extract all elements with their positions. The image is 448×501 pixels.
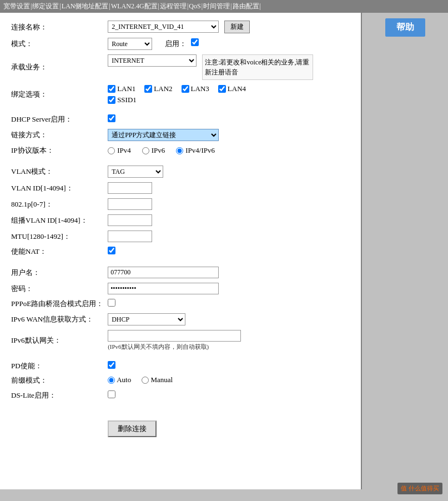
mtu-value-cell: 1492 xyxy=(105,228,352,244)
vlan-id-input[interactable]: 41 xyxy=(108,182,152,194)
prefix-auto-radio[interactable] xyxy=(108,377,115,384)
help-button[interactable]: 帮助 xyxy=(385,18,425,37)
nav-broadband[interactable]: 宽带设置 xyxy=(3,2,30,11)
binding-lan1-checkbox[interactable] xyxy=(108,85,115,93)
pppoe-bridge-value-cell xyxy=(105,297,352,311)
config-form: 连接名称： 2_INTERNET_R_VID_41 新建 模式： Route 启… xyxy=(9,18,352,439)
dslite-row: DS-Lite启用： xyxy=(9,388,352,403)
nav-remote[interactable]: 远程管理 xyxy=(160,2,187,11)
dot1p-row: 802.1p[0-7]： 0 xyxy=(9,196,352,212)
prefix-manual-radio[interactable] xyxy=(142,377,149,384)
nav-time[interactable]: 时间管理 xyxy=(203,2,230,11)
right-sidebar: 帮助 xyxy=(362,13,448,489)
prefix-mode-value-cell: Auto Manual xyxy=(105,373,352,388)
new-button[interactable]: 新建 xyxy=(224,21,250,33)
nat-value-cell xyxy=(105,244,352,259)
vlan-id-row: VLAN ID[1-4094]： 41 xyxy=(9,180,352,196)
link-select[interactable]: 通过PPP方式建立链接 xyxy=(108,129,219,141)
ipver-ipv4[interactable]: IPv4 xyxy=(108,146,131,155)
vlan-mode-row: VLAN模式： TAG xyxy=(9,163,352,180)
nav-wlan24[interactable]: WLAN2.4G配置 xyxy=(111,2,158,11)
enable-checkbox[interactable] xyxy=(191,38,199,46)
nav-qos[interactable]: QoS xyxy=(189,2,200,11)
prefix-auto[interactable]: Auto xyxy=(108,375,131,384)
ipv6wan-select[interactable]: DHCP xyxy=(108,313,185,325)
pd-label: PD使能： xyxy=(9,359,105,373)
binding-lan3[interactable]: LAN3 xyxy=(182,84,209,93)
ipv6gw-label: IPv6默认网关： xyxy=(9,328,105,353)
service-value-cell: INTERNET 注意:若更改和voice相关的业务,请重新注册语音 xyxy=(105,52,352,82)
vlan-id-value-cell: 41 xyxy=(105,180,352,196)
content-area: 连接名称： 2_INTERNET_R_VID_41 新建 模式： Route 启… xyxy=(0,13,362,489)
multicast-vlan-input[interactable] xyxy=(108,214,152,226)
link-value-cell: 通过PPP方式建立链接 xyxy=(105,127,352,143)
ipv6gw-input[interactable] xyxy=(108,330,241,342)
ipver-ipv6-radio[interactable] xyxy=(142,147,149,154)
binding-ssid1-checkbox[interactable] xyxy=(108,96,115,104)
prefix-manual[interactable]: Manual xyxy=(142,375,173,384)
ipv6wan-value-cell: DHCP xyxy=(105,311,352,328)
binding-ssid1[interactable]: SSID1 xyxy=(108,96,350,104)
dslite-checkbox[interactable] xyxy=(108,390,115,398)
service-select[interactable]: INTERNET xyxy=(108,54,197,67)
ipver-value-cell: IPv4 IPv6 IPv4/IPv6 xyxy=(105,143,352,158)
service-row: 承载业务： INTERNET 注意:若更改和voice相关的业务,请重新注册语音 xyxy=(9,52,352,82)
ipver-ipv4ipv6[interactable]: IPv4/IPv6 xyxy=(176,146,215,155)
binding-lan3-checkbox[interactable] xyxy=(182,85,189,93)
delete-row: 删除连接 xyxy=(9,414,352,439)
binding-lan2-checkbox[interactable] xyxy=(144,85,152,93)
dhcp-checkbox[interactable] xyxy=(108,114,115,122)
mtu-row: MTU[1280-1492]： 1492 xyxy=(9,228,352,244)
watermark: 值 什么值得买 xyxy=(397,483,442,494)
pppoe-bridge-label: PPPoE路由桥混合模式启用： xyxy=(9,297,105,311)
mode-select[interactable]: Route xyxy=(108,38,152,50)
binding-lan4[interactable]: LAN4 xyxy=(218,84,246,93)
conn-name-value-cell: 2_INTERNET_R_VID_41 新建 xyxy=(105,18,352,36)
multicast-vlan-row: 组播VLAN ID[1-4094]： xyxy=(9,212,352,228)
nat-row: 使能NAT： xyxy=(9,244,352,259)
username-value-cell xyxy=(105,264,352,280)
binding-value-cell: LAN1 LAN2 LAN3 LAN4 xyxy=(105,82,352,107)
nav-route[interactable]: 路由配置 xyxy=(233,2,259,11)
mode-value-cell: Route 启用： xyxy=(105,36,352,52)
conn-name-label: 连接名称： xyxy=(9,18,105,36)
nav-lan-addr[interactable]: LAN侧地址配置 xyxy=(62,2,109,11)
dhcp-row: DHCP Server启用： xyxy=(9,112,352,127)
prefix-mode-row: 前缀模式： Auto Manual xyxy=(9,373,352,388)
password-input[interactable] xyxy=(108,283,219,294)
pd-checkbox[interactable] xyxy=(108,361,115,369)
ipv6wan-row: IPv6 WAN信息获取方式： DHCP xyxy=(9,311,352,328)
multicast-vlan-label: 组播VLAN ID[1-4094]： xyxy=(9,212,105,228)
username-input[interactable] xyxy=(108,267,219,278)
vlan-id-label: VLAN ID[1-4094]： xyxy=(9,180,105,196)
ipver-ipv4-radio[interactable] xyxy=(108,147,115,154)
ipver-ipv6[interactable]: IPv6 xyxy=(142,146,165,155)
vlan-mode-select[interactable]: TAG xyxy=(108,166,163,178)
link-row: 链接方式： 通过PPP方式建立链接 xyxy=(9,127,352,143)
ipver-both-radio[interactable] xyxy=(176,147,183,154)
binding-lan2[interactable]: LAN2 xyxy=(144,84,172,93)
pppoe-bridge-checkbox[interactable] xyxy=(108,299,115,307)
ipver-row: IP协议版本： IPv4 IPv6 IPv4/IPv6 xyxy=(9,143,352,158)
conn-name-select[interactable]: 2_INTERNET_R_VID_41 xyxy=(108,21,219,33)
pd-value-cell xyxy=(105,359,352,373)
mode-row: 模式： Route 启用： xyxy=(9,36,352,52)
password-value-cell xyxy=(105,280,352,297)
ipver-label: IP协议版本： xyxy=(9,143,105,158)
pd-row: PD使能： xyxy=(9,359,352,373)
vlan-mode-value-cell: TAG xyxy=(105,163,352,180)
nav-binding[interactable]: 绑定设置 xyxy=(32,2,59,11)
mtu-label: MTU[1280-1492]： xyxy=(9,228,105,244)
prefix-mode-label: 前缀模式： xyxy=(9,373,105,388)
link-label: 链接方式： xyxy=(9,127,105,143)
dot1p-input[interactable]: 0 xyxy=(108,198,152,210)
dhcp-value-cell xyxy=(105,112,352,127)
dot1p-value-cell: 0 xyxy=(105,196,352,212)
delete-button[interactable]: 删除连接 xyxy=(108,420,157,437)
binding-lan1[interactable]: LAN1 xyxy=(108,84,135,93)
username-row: 用户名： xyxy=(9,264,352,280)
nat-checkbox[interactable] xyxy=(108,247,115,254)
mtu-input[interactable]: 1492 xyxy=(108,231,152,242)
binding-lan4-checkbox[interactable] xyxy=(218,85,226,93)
mode-label: 模式： xyxy=(9,36,105,52)
